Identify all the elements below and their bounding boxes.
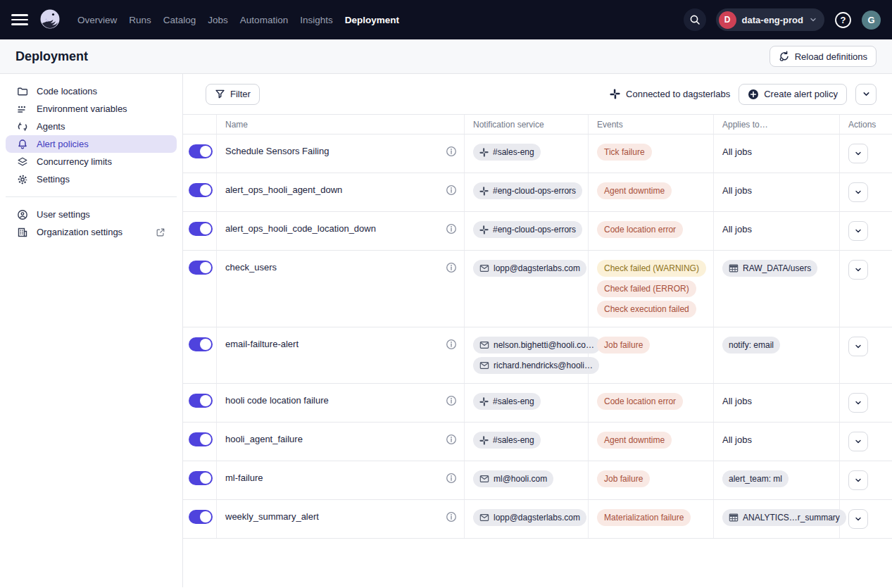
info-icon-button[interactable] [446, 221, 457, 234]
row-actions-button[interactable] [848, 144, 868, 163]
folder-icon [17, 86, 28, 97]
email-icon [479, 340, 489, 350]
enable-toggle[interactable] [189, 222, 213, 236]
info-icon-button[interactable] [446, 260, 457, 273]
notification-list: #eng-cloud-ops-errors [473, 221, 582, 238]
row-actions-button[interactable] [848, 260, 868, 280]
enable-toggle[interactable] [189, 510, 213, 524]
user-avatar[interactable]: G [862, 11, 881, 30]
nav-item-jobs[interactable]: Jobs [208, 15, 228, 25]
nav-item-automation[interactable]: Automation [240, 15, 288, 25]
applies-to-cell: All jobs [714, 135, 840, 173]
page-title: Deployment [15, 49, 88, 64]
search-icon [689, 14, 701, 25]
sidebar-item-environment-variables[interactable]: Environment variables [6, 100, 177, 118]
sidebar-item-user-settings[interactable]: User settings [6, 206, 177, 223]
tag-label: ANALYTICS…r_summary [743, 513, 840, 523]
slack-connected-label: Connected to dagsterlabs [626, 89, 730, 99]
sidebar-item-code-locations[interactable]: Code locations [6, 82, 177, 100]
sidebar-item-organization-settings[interactable]: Organization settings [6, 223, 177, 241]
help-button[interactable]: ? [834, 11, 852, 29]
toggle-knob [200, 434, 211, 445]
slack-icon [479, 187, 489, 196]
toggle-knob [200, 223, 211, 234]
toggle-cell [183, 251, 217, 327]
nav-item-catalog[interactable]: Catalog [163, 15, 196, 25]
alert-policy-row: ml-failureml@hooli.comJob failurealert_t… [183, 461, 892, 500]
info-icon-button[interactable] [446, 144, 457, 157]
row-actions-button[interactable] [848, 221, 868, 241]
dagster-logo-icon[interactable] [37, 6, 63, 33]
events-list: Agent downtime [597, 182, 672, 199]
enable-toggle[interactable] [189, 394, 213, 408]
sidebar-item-alert-policies[interactable]: Alert policies [6, 135, 177, 153]
applies-to-cell: notify: email [714, 327, 840, 383]
layers-icon [17, 156, 28, 168]
chevron-down-icon [854, 342, 862, 351]
enable-toggle[interactable] [189, 337, 213, 351]
row-actions-button[interactable] [848, 509, 868, 529]
filter-button[interactable]: Filter [206, 84, 260, 105]
notification-list: lopp@dagsterlabs.com [473, 509, 586, 526]
info-icon-button[interactable] [446, 337, 457, 350]
enable-toggle[interactable] [189, 183, 213, 197]
create-alert-policy-label: Create alert policy [764, 89, 838, 99]
toggle-knob [200, 511, 211, 523]
info-icon-button[interactable] [446, 393, 457, 406]
nav-item-overview[interactable]: Overview [77, 15, 117, 25]
event-pill: Agent downtime [597, 432, 672, 449]
hamburger-menu-icon[interactable] [11, 11, 28, 28]
nav-item-runs[interactable]: Runs [129, 15, 151, 25]
search-button[interactable] [684, 8, 706, 31]
row-actions-button[interactable] [848, 182, 868, 202]
info-icon-button[interactable] [446, 432, 457, 445]
info-icon [446, 262, 457, 273]
enable-toggle[interactable] [189, 261, 213, 275]
sidebar-item-concurrency-limits[interactable]: Concurrency limits [6, 153, 177, 170]
row-actions-button[interactable] [848, 432, 868, 451]
sidebar-item-agents[interactable]: Agents [6, 118, 177, 135]
settings-sidebar: Code locations Environment variables Age… [0, 74, 183, 587]
info-icon-button[interactable] [446, 182, 457, 196]
toggle-cell [183, 135, 217, 173]
row-actions-button[interactable] [848, 393, 868, 413]
info-icon [446, 434, 457, 445]
alert-policy-row: hooli code location failure#sales-engCod… [183, 384, 892, 423]
create-alert-policy-button[interactable]: Create alert policy [739, 84, 847, 105]
toggle-knob [200, 184, 211, 196]
events-list: Tick failure [597, 144, 652, 161]
event-pill: Agent downtime [597, 182, 672, 199]
policy-name: email-failture-alert [225, 337, 299, 352]
deployment-switcher[interactable]: D data-eng-prod [716, 8, 824, 31]
row-actions-button[interactable] [848, 470, 868, 490]
nav-item-insights[interactable]: Insights [300, 15, 333, 25]
applies-to-cell: All jobs [714, 173, 840, 211]
top-nav: OverviewRunsCatalogJobsAutomationInsight… [0, 0, 892, 39]
row-actions-button[interactable] [848, 337, 868, 356]
info-icon-button[interactable] [446, 509, 457, 523]
email-tag: ml@hooli.com [473, 470, 553, 487]
name-cell: hooli_agent_failure [217, 423, 465, 461]
events-list: Check failed (WARNING)Check failed (ERRO… [597, 260, 706, 318]
actions-cell [840, 384, 892, 422]
tag-label: lopp@dagsterlabs.com [494, 263, 580, 273]
enable-toggle[interactable] [189, 432, 213, 446]
event-pill: Code location error [597, 393, 683, 410]
enable-toggle[interactable] [189, 471, 213, 485]
tag-label: nelson.bighetti@hooli.co… [494, 340, 594, 350]
enable-toggle[interactable] [189, 144, 213, 158]
toggle-knob [200, 339, 211, 350]
reload-definitions-label: Reload definitions [795, 51, 867, 62]
sidebar-item-settings[interactable]: Settings [6, 170, 177, 188]
applies-to-tag: alert_team: ml [722, 470, 789, 487]
event-pill: Materialization failure [597, 509, 691, 526]
more-actions-button[interactable] [855, 84, 877, 105]
nav-item-deployment[interactable]: Deployment [345, 15, 399, 25]
policy-name: alert_ops_hooli_code_location_down [225, 221, 376, 237]
reload-definitions-button[interactable]: Reload definitions [769, 46, 877, 67]
toggle-cell [183, 500, 217, 538]
toggle-cell [183, 212, 217, 250]
events-list: Job failure [597, 470, 650, 487]
tag-label: #eng-cloud-ops-errors [493, 225, 576, 234]
info-icon-button[interactable] [446, 470, 457, 484]
